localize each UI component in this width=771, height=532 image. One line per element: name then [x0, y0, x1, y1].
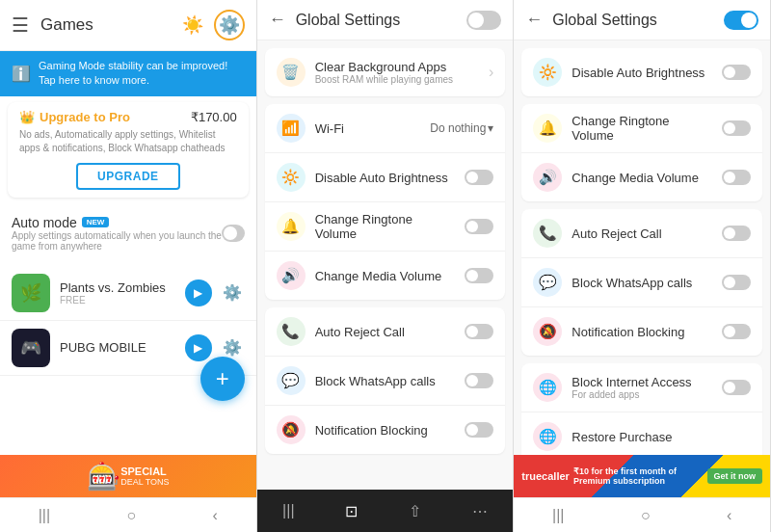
- game-icon-pubg: 🎮: [12, 329, 50, 367]
- auto-reject-toggle[interactable]: [465, 324, 493, 339]
- nav-home-icon[interactable]: ○: [127, 507, 137, 524]
- mid-back-button[interactable]: ←: [269, 10, 286, 30]
- clear-bg-label: Clear Background Apps: [315, 60, 479, 74]
- auto-reject-row[interactable]: 📞 Auto Reject Call: [265, 307, 506, 357]
- right-ringtone-row[interactable]: 🔔 Change Ringtone Volume: [521, 104, 762, 153]
- right-whatsapp-icon: 💬: [533, 268, 562, 297]
- improvement-banner[interactable]: ℹ️ Gaming Mode stability can be improved…: [0, 51, 256, 96]
- notification-block-icon: 🔕: [277, 415, 306, 444]
- wifi-value[interactable]: Do nothing ▾: [430, 121, 493, 135]
- mid-header: ← Global Settings: [257, 0, 514, 40]
- settings-pvz-button[interactable]: ⚙️: [220, 280, 245, 306]
- upgrade-box: 👑 Upgrade to Pro ₹170.00 No ads, Automat…: [8, 102, 249, 198]
- mid-section-3: 📞 Auto Reject Call 💬 Block WhatsApp call…: [265, 307, 506, 454]
- right-nav-bar: ||| ○ ‹: [514, 497, 770, 532]
- auto-mode-toggle[interactable]: [222, 225, 245, 242]
- ringtone-row[interactable]: 🔔 Change Ringtone Volume: [265, 202, 506, 252]
- right-ringtone-toggle[interactable]: [722, 120, 751, 136]
- brightness-text: Disable Auto Brightness: [315, 171, 456, 185]
- right-header: ← Global Settings: [514, 0, 770, 40]
- block-whatsapp-toggle[interactable]: [465, 373, 493, 388]
- right-ringtone-text: Change Ringtone Volume: [572, 114, 712, 143]
- truecaller-text: ₹10 for the first month of Premium subsc…: [573, 466, 704, 486]
- right-auto-reject-icon: 📞: [533, 219, 562, 248]
- notification-blocking-row[interactable]: 🔕 Notification Blocking: [265, 406, 506, 454]
- right-media-row[interactable]: 🔊 Change Media Volume: [521, 153, 762, 201]
- media-volume-toggle[interactable]: [465, 268, 493, 283]
- get-button[interactable]: Get it now: [707, 468, 763, 484]
- right-restore-label: Restore Purchase: [572, 430, 751, 444]
- right-media-label: Change Media Volume: [572, 171, 712, 185]
- nav-menu-icon[interactable]: |||: [39, 507, 50, 524]
- right-block-internet-row[interactable]: 🌐 Block Internet Access For added apps: [521, 363, 762, 412]
- right-ringtone-label: Change Ringtone Volume: [572, 114, 712, 143]
- right-nav-back[interactable]: ‹: [727, 507, 731, 524]
- right-auto-reject-toggle[interactable]: [722, 226, 751, 241]
- media-volume-row[interactable]: 🔊 Change Media Volume: [265, 252, 506, 300]
- block-whatsapp-label: Block WhatsApp calls: [315, 374, 456, 388]
- mid-nav-menu[interactable]: |||: [282, 502, 294, 519]
- right-notif-blocking-row[interactable]: 🔕 Notification Blocking: [521, 307, 762, 356]
- new-badge: NEW: [82, 217, 110, 227]
- right-global-toggle[interactable]: [724, 11, 758, 30]
- brightness-icon: 🔆: [277, 163, 306, 192]
- right-auto-reject-row[interactable]: 📞 Auto Reject Call: [521, 209, 762, 258]
- right-block-internet-label: Block Internet Access: [572, 375, 712, 389]
- right-nav-home[interactable]: ○: [641, 507, 651, 524]
- mid-section-2: 📶 Wi-Fi Do nothing ▾ 🔆 Disable Auto Brig…: [265, 104, 506, 300]
- left-header: ☰ Games ☀️ ⚙️: [0, 0, 256, 51]
- nav-back-icon[interactable]: ‹: [213, 507, 218, 524]
- ringtone-label: Change Ringtone Volume: [315, 212, 456, 241]
- ringtone-toggle[interactable]: [465, 219, 493, 234]
- right-brightness-label: Disable Auto Brightness: [572, 66, 712, 80]
- fab-add-button[interactable]: +: [200, 357, 245, 401]
- right-brightness-icon: 🔆: [533, 58, 562, 87]
- notification-blocking-text: Notification Blocking: [315, 423, 456, 438]
- trash-icon: 🗑️: [277, 58, 306, 87]
- mid-nav-share[interactable]: ⇧: [409, 502, 421, 520]
- auto-reject-label: Auto Reject Call: [315, 325, 456, 339]
- right-block-whatsapp-toggle[interactable]: [722, 275, 751, 290]
- game-info-pvz: Plants vs. Zombies FREE: [60, 280, 175, 306]
- mid-nav-more[interactable]: ⋯: [472, 502, 488, 520]
- right-brightness-text: Disable Auto Brightness: [572, 66, 712, 80]
- right-restore-row[interactable]: 🌐 Restore Purchase: [521, 412, 762, 455]
- right-brightness-toggle[interactable]: [722, 65, 751, 80]
- ad-banner-left[interactable]: 🎰 SPECIAL DEAL TONS: [0, 455, 256, 497]
- play-pvz-button[interactable]: ▶: [185, 279, 212, 306]
- right-block-whatsapp-label: Block WhatsApp calls: [572, 276, 712, 290]
- upgrade-button[interactable]: UPGRADE: [76, 163, 180, 190]
- mid-global-toggle[interactable]: [466, 11, 501, 30]
- block-whatsapp-row[interactable]: 💬 Block WhatsApp calls: [265, 357, 506, 406]
- mid-nav-scan[interactable]: ⊡: [345, 502, 358, 520]
- right-nav-menu[interactable]: |||: [552, 507, 564, 524]
- gear-icon[interactable]: ⚙️: [214, 10, 245, 40]
- notification-blocking-toggle[interactable]: [465, 422, 493, 438]
- disable-brightness-row[interactable]: 🔆 Disable Auto Brightness: [265, 153, 506, 202]
- sun-icon[interactable]: ☀️: [177, 10, 208, 40]
- right-restore-icon: 🌐: [533, 422, 562, 451]
- right-notif-toggle[interactable]: [722, 324, 751, 339]
- truecaller-ad[interactable]: truecaller ₹10 for the first month of Pr…: [514, 455, 770, 497]
- wifi-row[interactable]: 📶 Wi-Fi Do nothing ▾: [265, 104, 506, 153]
- wifi-label: Wi-Fi: [315, 121, 421, 136]
- game-icon-pvz: 🌿: [12, 274, 50, 312]
- brightness-toggle[interactable]: [465, 170, 493, 185]
- right-media-text: Change Media Volume: [572, 171, 712, 185]
- right-media-toggle[interactable]: [722, 170, 751, 185]
- hamburger-icon[interactable]: ☰: [12, 13, 29, 37]
- right-block-whatsapp-row[interactable]: 💬 Block WhatsApp calls: [521, 258, 762, 307]
- right-section-3: 🌐 Block Internet Access For added apps 🌐…: [521, 363, 762, 455]
- right-disable-brightness-row[interactable]: 🔆 Disable Auto Brightness: [521, 48, 762, 96]
- clear-bg-apps-row[interactable]: 🗑️ Clear Background Apps Boost RAM while…: [265, 48, 506, 96]
- media-volume-label: Change Media Volume: [315, 269, 456, 283]
- game-info-pubg: PUBG MOBILE: [60, 340, 175, 355]
- right-auto-reject-text: Auto Reject Call: [572, 226, 712, 241]
- auto-mode-section: Auto mode NEW Apply settings automatical…: [0, 207, 256, 262]
- right-block-internet-sub: For added apps: [572, 389, 712, 400]
- right-internet-toggle[interactable]: [722, 380, 751, 395]
- game-item: 🌿 Plants vs. Zombies FREE ▶ ⚙️: [0, 266, 256, 321]
- right-back-button[interactable]: ←: [525, 10, 543, 30]
- play-pubg-button[interactable]: ▶: [185, 334, 212, 361]
- upgrade-price: ₹170.00: [191, 110, 237, 124]
